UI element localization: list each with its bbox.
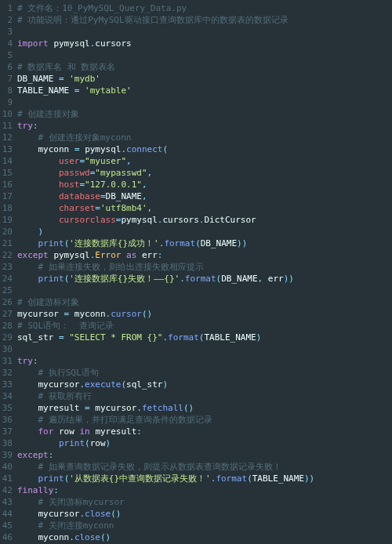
code-line[interactable]: 30 <box>0 343 392 355</box>
code-line[interactable]: 4import pymysql.cursors <box>0 38 392 49</box>
code-line[interactable]: 22except pymysql.Error as err: <box>0 249 392 261</box>
code-content[interactable] <box>17 285 392 296</box>
code-content[interactable]: DB_NAME = 'mydb' <box>17 73 392 85</box>
code-content[interactable]: print(row) <box>17 437 392 449</box>
code-line[interactable]: 36 # 遍历结果，并打印满足查询条件的数据记录 <box>0 414 392 426</box>
code-line[interactable]: 39except: <box>0 449 392 461</box>
code-line[interactable]: 38 print(row) <box>0 437 392 449</box>
code-content[interactable]: cursorclass=pymysql.cursors.DictCursor <box>17 214 392 226</box>
code-line[interactable]: 9 <box>0 96 392 108</box>
code-content[interactable]: ) <box>17 226 392 238</box>
code-content[interactable]: # 如果连接失败，则给出连接失败相应提示 <box>17 261 392 273</box>
code-content[interactable]: passwd="mypasswd", <box>17 167 392 179</box>
code-line[interactable]: 29sql_str = "SELECT * FROM {}".format(TA… <box>0 332 392 343</box>
code-line[interactable]: 21 print('连接数据库{}成功！'.format(DB_NAME)) <box>0 238 392 249</box>
code-content[interactable]: user="myuser", <box>17 155 392 167</box>
code-content[interactable]: try: <box>17 120 392 132</box>
code-line[interactable]: 19 cursorclass=pymysql.cursors.DictCurso… <box>0 214 392 226</box>
code-content[interactable]: finally: <box>17 484 392 496</box>
code-line[interactable]: 31try: <box>0 355 392 367</box>
code-content[interactable]: myresult = mycursor.fetchall() <box>17 402 392 414</box>
code-line[interactable]: 2# 功能说明：通过PyMySQL驱动接口查询数据库中的数据表的数据记录 <box>0 14 392 26</box>
code-content[interactable]: # 如果查询数据记录失败，则提示从数据表查询数据记录失败！ <box>17 461 392 473</box>
code-line[interactable]: 40 # 如果查询数据记录失败，则提示从数据表查询数据记录失败！ <box>0 461 392 473</box>
code-line[interactable]: 44 mycursor.close() <box>0 508 392 520</box>
code-line[interactable]: 27mycursor = myconn.cursor() <box>0 308 392 320</box>
code-line[interactable]: 41 print('从数据表{}中查询数据记录失败！'.format(TABLE… <box>0 473 392 484</box>
code-content[interactable] <box>17 26 392 38</box>
code-line[interactable]: 42finally: <box>0 484 392 496</box>
code-content[interactable]: except pymysql.Error as err: <box>17 249 392 261</box>
code-line[interactable]: 23 # 如果连接失败，则给出连接失败相应提示 <box>0 261 392 273</box>
code-content[interactable]: # 文件名：10_PyMySQL_Query_Data.py <box>17 2 392 14</box>
code-line[interactable]: 18 charset='utf8mb4', <box>0 202 392 214</box>
code-content[interactable]: charset='utf8mb4', <box>17 202 392 214</box>
code-content[interactable]: myconn.close() <box>17 531 392 543</box>
code-line[interactable]: 13 myconn = pymysql.connect( <box>0 143 392 155</box>
code-line[interactable]: 28# SQL语句： 查询记录 <box>0 320 392 332</box>
code-line[interactable]: 15 passwd="mypasswd", <box>0 167 392 179</box>
code-content[interactable]: host="127.0.0.1", <box>17 179 392 190</box>
code-line[interactable]: 25 <box>0 285 392 296</box>
line-number: 4 <box>0 38 17 49</box>
code-content[interactable]: mycursor.close() <box>17 508 392 520</box>
code-line[interactable]: 32 # 执行SQL语句 <box>0 367 392 379</box>
code-content[interactable]: mycursor.execute(sql_str) <box>17 379 392 390</box>
code-content[interactable]: # 执行SQL语句 <box>17 367 392 379</box>
code-line[interactable]: 24 print('连接数据库{}失败！——{}'.format(DB_NAME… <box>0 273 392 285</box>
code-content[interactable] <box>17 343 392 355</box>
code-line[interactable]: 10# 创建连接对象 <box>0 108 392 120</box>
code-line[interactable]: 20 ) <box>0 226 392 238</box>
code-content[interactable]: sql_str = "SELECT * FROM {}".format(TABL… <box>17 332 392 343</box>
code-line[interactable]: 8TABLE_NAME = 'mytable' <box>0 85 392 96</box>
code-line[interactable]: 45 # 关闭连接myconn <box>0 520 392 531</box>
code-line[interactable]: 26# 创建游标对象 <box>0 296 392 308</box>
code-line[interactable]: 14 user="myuser", <box>0 155 392 167</box>
code-line[interactable]: 11try: <box>0 120 392 132</box>
code-line[interactable]: 46 myconn.close() <box>0 531 392 543</box>
code-content[interactable]: # 功能说明：通过PyMySQL驱动接口查询数据库中的数据表的数据记录 <box>17 14 392 26</box>
code-content[interactable]: # 关闭游标mycursor <box>17 496 392 508</box>
token-var: DB_NAME <box>17 74 53 84</box>
code-content[interactable]: # SQL语句： 查询记录 <box>17 320 392 332</box>
code-content[interactable]: mycursor = myconn.cursor() <box>17 308 392 320</box>
code-content[interactable]: database=DB_NAME, <box>17 190 392 202</box>
code-line[interactable]: 35 myresult = mycursor.fetchall() <box>0 402 392 414</box>
code-content[interactable]: # 关闭连接myconn <box>17 520 392 531</box>
code-line[interactable]: 33 mycursor.execute(sql_str) <box>0 379 392 390</box>
code-line[interactable]: 5 <box>0 49 392 61</box>
code-content[interactable]: # 遍历结果，并打印满足查询条件的数据记录 <box>17 414 392 426</box>
code-line[interactable]: 43 # 关闭游标mycursor <box>0 496 392 508</box>
code-line[interactable]: 7DB_NAME = 'mydb' <box>0 73 392 85</box>
code-content[interactable]: # 数据库名 和 数据表名 <box>17 61 392 73</box>
code-content[interactable]: print('连接数据库{}失败！——{}'.format(DB_NAME, e… <box>17 273 392 285</box>
code-content[interactable]: # 创建连接对象 <box>17 108 392 120</box>
code-line[interactable]: 1# 文件名：10_PyMySQL_Query_Data.py <box>0 2 392 14</box>
code-content[interactable]: # 创建连接对象myconn <box>17 132 392 143</box>
code-line[interactable]: 3 <box>0 26 392 38</box>
code-content[interactable]: myconn = pymysql.connect( <box>17 143 392 155</box>
code-content[interactable]: except: <box>17 449 392 461</box>
code-content[interactable]: # 创建游标对象 <box>17 296 392 308</box>
code-content[interactable]: print('从数据表{}中查询数据记录失败！'.format(TABLE_NA… <box>17 473 392 484</box>
code-line[interactable]: 16 host="127.0.0.1", <box>0 179 392 190</box>
code-line[interactable]: 17 database=DB_NAME, <box>0 190 392 202</box>
code-content[interactable]: try: <box>17 355 392 367</box>
code-editor[interactable]: 1# 文件名：10_PyMySQL_Query_Data.py2# 功能说明：通… <box>0 2 392 543</box>
code-content[interactable]: TABLE_NAME = 'mytable' <box>17 85 392 96</box>
code-line[interactable]: 34 # 获取所有行 <box>0 390 392 402</box>
code-content[interactable]: # 获取所有行 <box>17 390 392 402</box>
code-line[interactable]: 12 # 创建连接对象myconn <box>0 132 392 143</box>
token-fn: close <box>85 509 111 519</box>
line-number: 13 <box>0 143 17 155</box>
code-content[interactable] <box>17 49 392 61</box>
code-line[interactable]: 6# 数据库名 和 数据表名 <box>0 61 392 73</box>
code-content[interactable] <box>17 96 392 108</box>
code-line[interactable]: 37 for row in myresult: <box>0 426 392 437</box>
code-content[interactable]: for row in myresult: <box>17 426 392 437</box>
token-str: "127.0.0.1" <box>85 180 142 190</box>
token-var: myconn <box>74 309 106 319</box>
token-cm: # 关闭游标mycursor <box>38 497 125 507</box>
code-content[interactable]: print('连接数据库{}成功！'.format(DB_NAME)) <box>17 238 392 249</box>
code-content[interactable]: import pymysql.cursors <box>17 38 392 49</box>
